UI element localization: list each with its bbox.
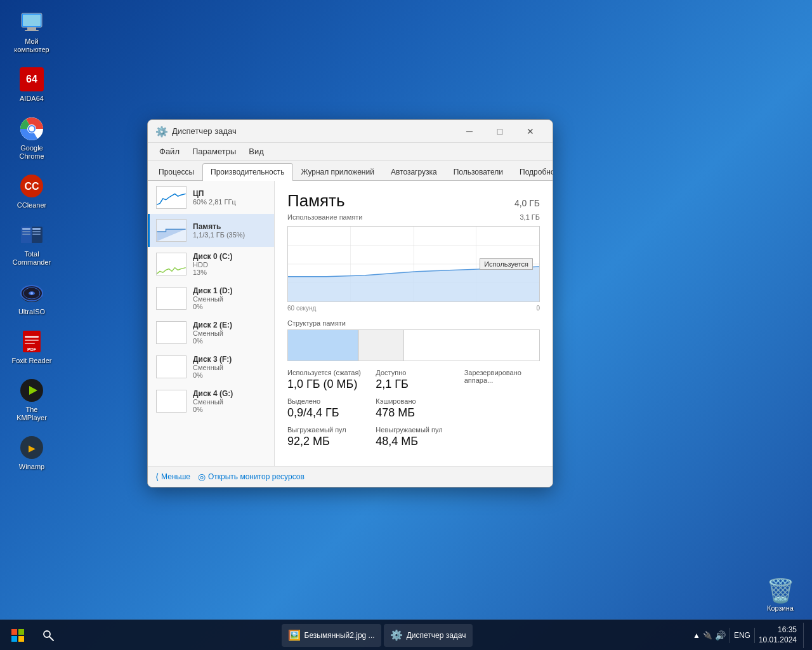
desktop-icon-foxitreader[interactable]: PDF Foxit Reader bbox=[6, 326, 57, 368]
tray-icon-volume[interactable]: 🔊 bbox=[715, 630, 726, 640]
cpu-mini-chart bbox=[156, 186, 187, 209]
tray-icon-1[interactable]: ▲ bbox=[693, 631, 700, 640]
taskbar: 🖼️ Безымянный2.jpg ... ⚙️ Диспетчер зада… bbox=[0, 620, 812, 650]
tab-details[interactable]: Подробности bbox=[511, 163, 553, 180]
chrome-icon bbox=[19, 116, 44, 142]
disk3-name: Диск 3 (F:) bbox=[193, 355, 268, 364]
tab-users[interactable]: Пользователи bbox=[445, 163, 511, 180]
svg-rect-25 bbox=[25, 336, 39, 338]
aida64-icon: 64 bbox=[19, 67, 44, 92]
less-button[interactable]: ⟨ Меньше bbox=[155, 472, 190, 482]
desktop-icon-ultraiso[interactable]: UltraISO bbox=[6, 277, 57, 319]
close-button[interactable]: ✕ bbox=[516, 121, 545, 142]
svg-rect-2 bbox=[25, 30, 39, 31]
time-display[interactable]: 16:35 10.01.2024 bbox=[759, 625, 797, 645]
window-controls: ─ □ ✕ bbox=[455, 121, 545, 142]
stat-used-value: 1,0 ГБ (0 МБ) bbox=[287, 378, 363, 391]
foxitreader-icon: PDF bbox=[19, 329, 44, 354]
desktop-icon-winamp[interactable]: ▶ Winamp bbox=[6, 432, 57, 474]
taskbar-task-file[interactable]: 🖼️ Безымянный2.jpg ... bbox=[282, 624, 381, 647]
menubar: Файл Параметры Вид bbox=[148, 143, 553, 161]
aida64-label: AIDA64 bbox=[20, 95, 44, 103]
language-indicator[interactable]: ENG bbox=[734, 631, 750, 640]
disk4-name: Диск 4 (G:) bbox=[193, 389, 268, 398]
desktop-icon-aida64[interactable]: 64 AIDA64 bbox=[6, 63, 57, 106]
desktop-icon-kmplayer[interactable]: TheKMPlayer bbox=[6, 375, 57, 425]
mypc-label: Мой компьютер bbox=[10, 37, 54, 54]
start-button[interactable] bbox=[5, 623, 30, 648]
stat-cached: Кэшировано 478 МБ bbox=[376, 397, 451, 420]
taskbar-divider bbox=[730, 628, 730, 643]
kmplayer-icon bbox=[19, 378, 44, 403]
svg-rect-15 bbox=[32, 228, 41, 230]
window-footer: ⟨ Меньше ◎ Открыть монитор ресурсов bbox=[148, 466, 553, 487]
sidebar-item-disk0[interactable]: Диск 0 (C:) HDD 13% bbox=[148, 247, 274, 281]
tabs-bar: Процессы Производительность Журнал прило… bbox=[148, 161, 553, 181]
cpu-info: ЦП 60% 2,81 ГГц bbox=[193, 189, 268, 206]
graph-time-start: 60 секунд bbox=[287, 305, 316, 312]
winamp-icon: ▶ bbox=[19, 435, 44, 460]
recycle-bin[interactable]: 🗑️ Корзина bbox=[758, 578, 802, 612]
sidebar-item-disk1[interactable]: Диск 1 (D:) Сменный 0% bbox=[148, 281, 274, 315]
tray-icon-network[interactable]: 🔌 bbox=[703, 631, 712, 640]
desktop: Мой компьютер 64 AIDA64 Goo bbox=[0, 0, 812, 650]
disk4-type: Сменный bbox=[193, 398, 268, 406]
svg-rect-49 bbox=[11, 636, 17, 642]
stat-reserved: Зарезервировано аппара... bbox=[464, 369, 540, 391]
totalcmd-label: TotalCommander bbox=[13, 250, 51, 267]
menu-file[interactable]: Файл bbox=[153, 144, 186, 159]
minimize-button[interactable]: ─ bbox=[455, 121, 484, 142]
tab-apphistory[interactable]: Журнал приложений bbox=[293, 163, 383, 180]
maximize-button[interactable]: □ bbox=[485, 121, 514, 142]
svg-rect-38 bbox=[157, 356, 185, 378]
svg-rect-13 bbox=[22, 231, 30, 232]
disk2-type: Сменный bbox=[193, 329, 268, 337]
window-title: Диспетчер задач bbox=[172, 126, 455, 136]
taskbar-center: 🖼️ Безымянный2.jpg ... ⚙️ Диспетчер зада… bbox=[282, 624, 473, 647]
sidebar-item-disk3[interactable]: Диск 3 (F:) Сменный 0% bbox=[148, 350, 274, 384]
desktop-icon-ccleaner[interactable]: CC CCleaner bbox=[6, 170, 57, 213]
desktop-icon-mypc[interactable]: Мой компьютер bbox=[6, 6, 57, 57]
stat-empty bbox=[464, 397, 540, 420]
sidebar-item-disk4[interactable]: Диск 4 (G:) Сменный 0% bbox=[148, 384, 274, 418]
stat-paged-label: Выгружаемый пул bbox=[287, 426, 363, 434]
svg-rect-37 bbox=[157, 322, 185, 343]
sidebar-item-disk2[interactable]: Диск 2 (E:) Сменный 0% bbox=[148, 315, 274, 350]
disk4-percent: 0% bbox=[193, 406, 268, 413]
sidebar-item-memory[interactable]: Память 1,1/3,1 ГБ (35%) bbox=[148, 214, 274, 247]
disk0-mini-chart bbox=[156, 253, 187, 275]
usage-label: Использование памяти bbox=[287, 213, 362, 221]
desktop-icon-totalcmd[interactable]: TotalCommander bbox=[6, 219, 57, 270]
panel-header: Память 4,0 ГБ bbox=[287, 191, 540, 211]
svg-rect-3 bbox=[23, 15, 41, 26]
stat-used: Используется (сжатая) 1,0 ГБ (0 МБ) bbox=[287, 369, 363, 391]
menu-params[interactable]: Параметры bbox=[186, 144, 242, 159]
tab-startup[interactable]: Автозагрузка bbox=[383, 163, 445, 180]
open-monitor-button[interactable]: ◎ Открыть монитор ресурсов bbox=[198, 472, 304, 482]
menu-view[interactable]: Вид bbox=[242, 144, 270, 159]
desktop-icons: Мой компьютер 64 AIDA64 Goo bbox=[6, 6, 57, 474]
struct-label: Структура памяти bbox=[287, 319, 540, 327]
svg-text:▶: ▶ bbox=[29, 444, 36, 453]
disk1-type: Сменный bbox=[193, 295, 268, 303]
tab-processes[interactable]: Процессы bbox=[150, 163, 202, 180]
disk3-mini-chart bbox=[156, 355, 187, 378]
taskbar-task-taskmgr[interactable]: ⚙️ Диспетчер задач bbox=[384, 624, 473, 647]
clock-date: 10.01.2024 bbox=[759, 635, 797, 646]
file-task-icon: 🖼️ bbox=[288, 629, 301, 642]
desktop-icon-chrome[interactable]: GoogleChrome bbox=[6, 113, 57, 164]
show-desktop-button[interactable] bbox=[803, 623, 807, 648]
disk4-info: Диск 4 (G:) Сменный 0% bbox=[193, 389, 268, 413]
ccleaner-icon: CC bbox=[19, 173, 44, 199]
search-button[interactable] bbox=[36, 623, 61, 648]
disk3-info: Диск 3 (F:) Сменный 0% bbox=[193, 355, 268, 379]
graph-tooltip: Используется bbox=[480, 258, 533, 270]
sidebar-item-cpu[interactable]: ЦП 60% 2,81 ГГц bbox=[148, 181, 274, 214]
graph-time-labels: 60 секунд 0 bbox=[287, 305, 540, 312]
disk4-mini-chart bbox=[156, 390, 187, 413]
memory-graph: Используется bbox=[287, 226, 540, 302]
tab-performance[interactable]: Производительность bbox=[202, 163, 292, 181]
memory-name: Память bbox=[193, 222, 268, 231]
graph-time-end: 0 bbox=[536, 305, 540, 312]
cpu-name: ЦП bbox=[193, 189, 268, 198]
